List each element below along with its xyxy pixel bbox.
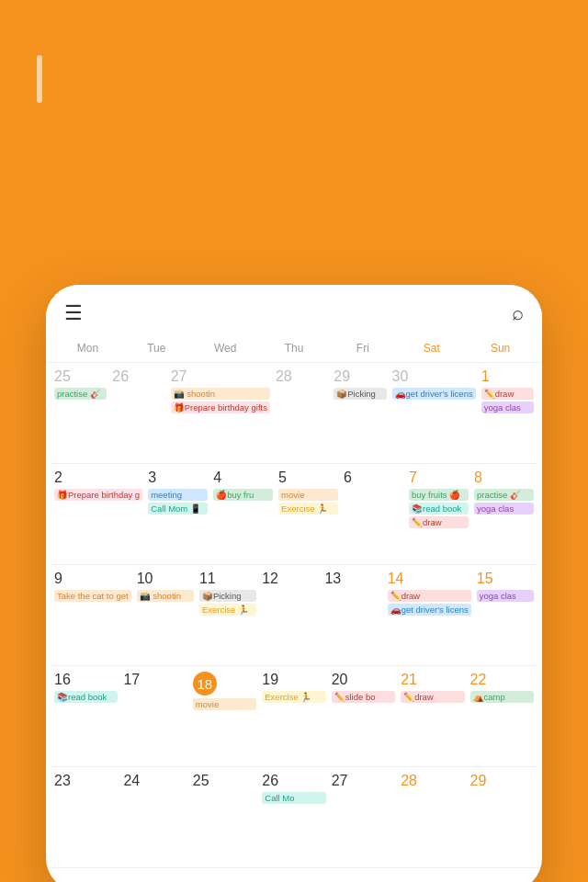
calendar-day[interactable]: 28 [273, 367, 331, 459]
calendar-day[interactable]: 9Take the cat to get [51, 569, 134, 662]
day-header-fri: Fri [328, 338, 397, 358]
calendar-day[interactable]: 11📦PickingExercise 🏃 [197, 569, 259, 662]
calendar-day[interactable]: 25practise 🎸 [51, 367, 109, 459]
day-number-weekend: 29 [470, 773, 534, 789]
calendar-day[interactable]: 10📸 shootin [134, 569, 197, 662]
event-pill[interactable]: 📦Picking [199, 590, 256, 602]
event-pill[interactable]: ⛺camp [470, 691, 534, 703]
day-number: 24 [123, 773, 187, 789]
calendar-day[interactable]: 15yoga clas [474, 569, 537, 662]
event-pill[interactable]: ✏️slide bo [332, 691, 395, 703]
calendar-day[interactable]: 18movie [190, 670, 259, 763]
calendar-day[interactable]: 12 [259, 569, 322, 662]
event-pill[interactable]: ✏️draw [401, 691, 464, 703]
calendar-day[interactable]: 3meetingCall Mom 📱 [145, 468, 210, 560]
day-number-faded: 29 [334, 368, 386, 385]
calendar-day[interactable]: 27 [329, 771, 398, 864]
calendar-day[interactable]: 26Call Mo [259, 771, 328, 864]
title-bar-decoration [37, 55, 42, 103]
calendar-header: ☰ ⌕ [46, 285, 542, 334]
calendar-day[interactable]: 24 [120, 771, 189, 864]
calendar-day[interactable]: 29 [468, 771, 537, 864]
calendar-day[interactable]: 22⛺camp [468, 670, 537, 763]
event-pill[interactable]: yoga clas [474, 503, 534, 514]
event-pill[interactable]: 📚read book [54, 691, 118, 703]
event-pill[interactable]: movie [193, 698, 256, 710]
calendar-day[interactable]: 19Exercise 🏃 [259, 670, 328, 763]
event-pill[interactable]: ✏️draw [388, 590, 471, 602]
day-number: 9 [54, 571, 131, 587]
day-number-weekend: 22 [470, 672, 534, 688]
calendar-day[interactable]: 29📦Picking [331, 367, 389, 459]
event-pill[interactable]: meeting [148, 489, 208, 501]
event-pill[interactable]: 🎁Prepare birthday gifts [171, 401, 270, 413]
calendar-day[interactable]: 5movieExercise 🏃 [276, 468, 341, 560]
event-pill[interactable]: practise 🎸 [474, 489, 534, 501]
event-pill[interactable]: movie [278, 489, 338, 501]
day-number-faded: 25 [54, 368, 107, 385]
calendar-day[interactable]: 1✏️drawyoga clas [479, 367, 537, 459]
day-number: 2 [54, 469, 142, 486]
calendar-week-2: 9Take the cat to get10📸 shootin11📦Pickin… [51, 565, 537, 666]
event-pill[interactable]: 🎁Prepare birthday g [54, 489, 142, 501]
event-pill[interactable]: 🍎buy fru [213, 489, 273, 501]
day-number-weekend: 1 [481, 368, 534, 385]
event-pill[interactable]: Exercise 🏃 [262, 691, 325, 703]
calendar-day[interactable]: 14✏️draw🚗get driver's licens [385, 569, 474, 662]
event-pill[interactable]: 📸 shootin [137, 590, 194, 602]
event-pill[interactable]: yoga clas [477, 590, 534, 602]
event-pill[interactable]: 🚗get driver's licens [392, 388, 476, 400]
day-number: 16 [54, 672, 118, 688]
day-number: 4 [213, 469, 273, 486]
day-number: 19 [262, 672, 325, 688]
event-pill[interactable]: Call Mo [262, 792, 325, 804]
event-pill[interactable]: ✏️draw [481, 388, 534, 400]
calendar-day[interactable]: 23 [51, 771, 120, 864]
event-pill[interactable]: 📚read book [409, 503, 469, 514]
day-number-weekend: 15 [477, 571, 534, 587]
calendar-day[interactable]: 21✏️draw [398, 670, 467, 763]
day-number: 6 [344, 469, 403, 486]
event-pill[interactable]: ✏️draw [409, 516, 469, 528]
calendar-day[interactable]: 20✏️slide bo [329, 670, 398, 763]
menu-icon[interactable]: ☰ [64, 301, 83, 325]
day-number-faded: 28 [276, 368, 328, 385]
calendar-day[interactable]: 17 [120, 670, 189, 763]
day-number: 17 [123, 672, 187, 688]
event-pill[interactable]: practise 🎸 [54, 388, 107, 400]
calendar-day[interactable]: 16📚read book [51, 670, 120, 763]
event-pill[interactable]: Call Mom 📱 [148, 503, 208, 514]
calendar-day[interactable]: 13 [322, 569, 384, 662]
event-pill[interactable]: 📸 shootin [171, 388, 270, 400]
app-header [0, 0, 588, 141]
event-pill[interactable]: yoga clas [481, 401, 534, 413]
calendar-week-0: 25practise 🎸2627📸 shootin🎁Prepare birthd… [51, 363, 537, 464]
calendar-day[interactable]: 27📸 shootin🎁Prepare birthday gifts [168, 367, 273, 459]
day-number: 23 [54, 773, 118, 789]
calendar-grid: 25practise 🎸2627📸 shootin🎁Prepare birthd… [46, 363, 542, 868]
event-pill[interactable]: Exercise 🏃 [278, 503, 338, 514]
day-number: 5 [278, 469, 338, 486]
day-number-weekend: 7 [409, 469, 469, 486]
calendar-day[interactable]: 6 [341, 468, 406, 560]
day-number-faded: 26 [112, 368, 164, 385]
event-pill[interactable]: Exercise 🏃 [199, 604, 256, 616]
calendar-day[interactable]: 30🚗get driver's licens [390, 367, 479, 459]
day-number-today: 18 [193, 672, 217, 695]
phone-frame: ☰ ⌕ MonTueWedThuFriSatSun 25practise 🎸26… [46, 285, 542, 882]
day-number: 13 [324, 571, 381, 587]
event-pill[interactable]: 🚗get driver's licens [388, 604, 471, 616]
calendar-day[interactable]: 26 [109, 367, 167, 459]
search-icon[interactable]: ⌕ [512, 301, 524, 325]
calendar-day[interactable]: 7buy fruits 🍎📚read book✏️draw [406, 468, 471, 560]
calendar-day[interactable]: 4🍎buy fru [210, 468, 276, 560]
calendar-day[interactable]: 2🎁Prepare birthday g [51, 468, 145, 560]
day-header-mon: Mon [53, 338, 122, 358]
calendar-day[interactable]: 8practise 🎸yoga clas [471, 468, 537, 560]
day-number: 26 [262, 773, 325, 789]
event-pill[interactable]: 📦Picking [334, 388, 386, 400]
calendar-day[interactable]: 28 [398, 771, 467, 864]
event-pill[interactable]: buy fruits 🍎 [409, 489, 469, 501]
event-pill[interactable]: Take the cat to get [54, 590, 131, 602]
calendar-day[interactable]: 25 [190, 771, 259, 864]
